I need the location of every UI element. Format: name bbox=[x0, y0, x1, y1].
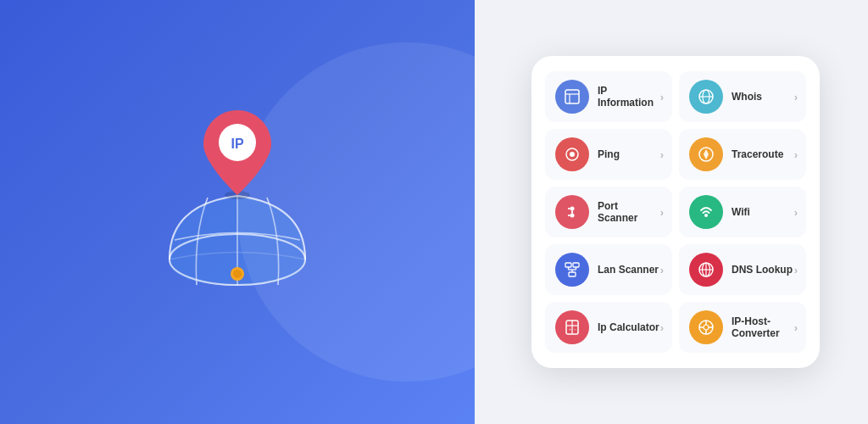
tool-icon-whois bbox=[689, 80, 723, 114]
tool-label-dns-lookup: DNS Lookup bbox=[732, 264, 793, 276]
tool-chevron-ip-information: › bbox=[660, 91, 664, 103]
tools-card: IP Information › Whois › Ping › Tracerou… bbox=[531, 56, 820, 368]
tool-item-ping[interactable]: Ping › bbox=[545, 129, 672, 180]
tool-label-whois: Whois bbox=[732, 91, 762, 103]
tool-left-wifi: Wifi bbox=[689, 195, 750, 229]
svg-rect-22 bbox=[565, 263, 571, 267]
tool-label-ip-information: IP Information bbox=[598, 85, 660, 109]
svg-point-39 bbox=[704, 325, 709, 330]
tool-left-ip-information: IP Information bbox=[555, 80, 660, 114]
tool-left-lan-scanner: Lan Scanner bbox=[555, 253, 659, 287]
tool-left-ip-host-converter: IP-Host-Converter bbox=[689, 310, 794, 344]
tool-chevron-dns-lookup: › bbox=[794, 264, 798, 276]
location-pin-icon: IP bbox=[195, 106, 280, 203]
tool-icon-ip-host-converter bbox=[689, 310, 723, 344]
tool-icon-ping bbox=[555, 137, 589, 171]
left-panel: IP bbox=[0, 0, 475, 424]
tool-chevron-port-scanner: › bbox=[660, 206, 664, 219]
tool-chevron-whois: › bbox=[794, 91, 798, 103]
svg-rect-23 bbox=[573, 263, 579, 267]
tool-label-ip-calculator: Ip Calculator bbox=[598, 321, 659, 333]
tool-icon-lan-scanner bbox=[555, 253, 589, 287]
tool-label-lan-scanner: Lan Scanner bbox=[598, 264, 659, 276]
tool-chevron-wifi: › bbox=[794, 206, 798, 219]
tool-label-ip-host-converter: IP-Host-Converter bbox=[732, 315, 794, 340]
tool-item-lan-scanner[interactable]: Lan Scanner › bbox=[545, 244, 672, 295]
hero-illustration: IP bbox=[144, 106, 331, 293]
right-panel: IP Information › Whois › Ping › Tracerou… bbox=[475, 0, 868, 424]
svg-text:+: + bbox=[569, 326, 571, 332]
svg-rect-24 bbox=[569, 272, 576, 276]
tool-left-whois: Whois bbox=[689, 80, 762, 114]
tool-item-ip-calculator[interactable]: +− Ip Calculator › bbox=[545, 302, 672, 353]
tool-item-wifi[interactable]: Wifi › bbox=[679, 187, 806, 237]
tools-grid: IP Information › Whois › Ping › Tracerou… bbox=[545, 71, 806, 353]
svg-point-16 bbox=[570, 207, 575, 211]
svg-point-13 bbox=[570, 152, 575, 157]
tool-item-whois[interactable]: Whois › bbox=[679, 71, 806, 122]
tool-label-wifi: Wifi bbox=[732, 206, 750, 218]
svg-point-17 bbox=[570, 214, 575, 218]
tool-item-ip-information[interactable]: IP Information › bbox=[545, 71, 672, 122]
tool-icon-traceroute bbox=[689, 137, 723, 171]
tool-item-dns-lookup[interactable]: DNS Lookup › bbox=[679, 244, 806, 295]
tool-left-port-scanner: Port Scanner bbox=[555, 195, 660, 229]
svg-point-21 bbox=[704, 214, 708, 217]
tool-icon-ip-calculator: +− bbox=[555, 310, 589, 344]
svg-text:−: − bbox=[574, 326, 576, 332]
tool-chevron-ping: › bbox=[660, 148, 664, 161]
tool-icon-ip-information bbox=[555, 80, 589, 114]
tool-left-ping: Ping bbox=[555, 137, 620, 171]
tool-label-traceroute: Traceroute bbox=[732, 148, 783, 160]
svg-rect-7 bbox=[565, 90, 579, 103]
tool-icon-dns-lookup bbox=[689, 253, 723, 287]
tool-item-ip-host-converter[interactable]: IP-Host-Converter › bbox=[679, 302, 806, 353]
tool-chevron-traceroute: › bbox=[794, 148, 798, 161]
tool-label-ping: Ping bbox=[598, 148, 620, 160]
tool-chevron-ip-host-converter: › bbox=[794, 321, 798, 334]
tool-label-port-scanner: Port Scanner bbox=[598, 200, 660, 225]
tool-left-ip-calculator: +− Ip Calculator bbox=[555, 310, 659, 344]
tool-chevron-ip-calculator: › bbox=[660, 321, 664, 334]
tool-left-traceroute: Traceroute bbox=[689, 137, 783, 171]
tool-item-traceroute[interactable]: Traceroute › bbox=[679, 129, 806, 180]
tool-icon-port-scanner bbox=[555, 195, 589, 229]
tool-icon-wifi bbox=[689, 195, 723, 229]
tool-item-port-scanner[interactable]: Port Scanner › bbox=[545, 187, 672, 237]
tool-left-dns-lookup: DNS Lookup bbox=[689, 253, 793, 287]
tool-chevron-lan-scanner: › bbox=[660, 264, 664, 276]
svg-text:IP: IP bbox=[231, 137, 243, 151]
svg-point-3 bbox=[233, 270, 242, 278]
